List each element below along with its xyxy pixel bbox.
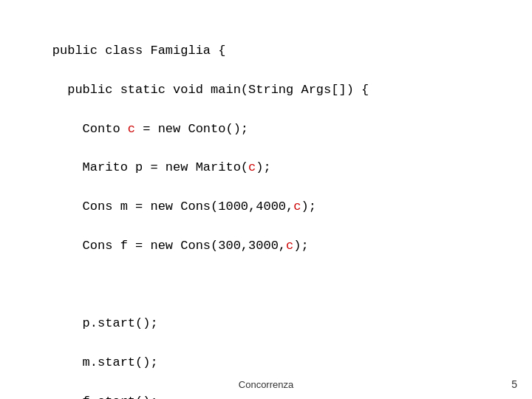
code-line-9: m.start(); [52, 355, 158, 369]
slide-content: public class Famiglia { public static vo… [22, 22, 510, 362]
footer-label: Concorrenza [0, 379, 532, 390]
code-line-1: public class Famiglia { [52, 44, 226, 58]
code-line-2: public static void main(String Args[]) { [52, 83, 369, 97]
code-block: public class Famiglia { public static vo… [22, 22, 510, 399]
code-line-5: Cons m = new Cons(1000,4000,c); [52, 200, 316, 214]
code-line-8: p.start(); [52, 316, 158, 330]
slide-number: 5 [511, 378, 517, 390]
code-line-3: Conto c = new Conto(); [52, 122, 248, 136]
code-line-4: Marito p = new Marito(c); [52, 160, 271, 174]
code-line-10: f.start(); [52, 395, 158, 399]
code-line-6: Cons f = new Cons(300,3000,c); [52, 239, 309, 253]
